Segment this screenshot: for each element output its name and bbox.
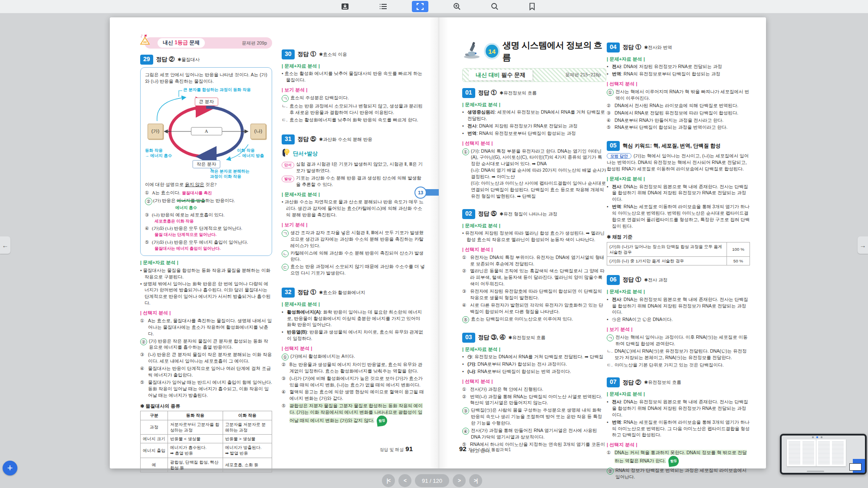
- next-page-arrow[interactable]: →: [858, 236, 868, 254]
- microscope-icon: [462, 42, 481, 61]
- minimap-toolbar-dot-active: [816, 436, 818, 438]
- model-answer-badge: 모범 답안: [607, 153, 631, 159]
- bogi-item-correct: ㄱ생간 조각과 감자 조각을 넣은 시험관 Ⅱ, Ⅲ에서 모두 기포가 발생했으…: [282, 229, 425, 249]
- question-box: 그림은 세포 안에서 일어나는 반응을 나타낸 것이다. A는 (가)와 (나)…: [140, 67, 272, 256]
- analysis-item: •반응열(B): 반응물과 생성물의 에너지 차이로, 효소의 유무와 관계없이…: [282, 329, 425, 342]
- problem-number-badge: 31: [282, 134, 295, 144]
- bogi-item: ㄴ.효소는 반응 과정에서 소모되거나 변형되지 않고, 생성물과 분리된 후 …: [282, 103, 425, 116]
- problem-topic: ✱효소와 활성화에너지: [319, 289, 365, 296]
- choice-analysis-item: ④서로 다른 유전자가 발현되면 각각의 유전자가 암호화하고 있는 단백질이 …: [462, 302, 606, 315]
- choice-analysis-item: ③(나) 반응은 큰 분자의 물질이 작은 분자로 분해되는 이화 작용이다. …: [140, 351, 272, 364]
- problem-number-badge: 32: [282, 288, 295, 298]
- problem-answer: 정답 ①: [298, 288, 316, 296]
- analysis-item: •㉠: 유전정보는 DNA에서 RNA를 거쳐 단백질로 전달된다. ➡ 단백질: [462, 354, 606, 360]
- reaction-na-box: (나): [250, 124, 266, 139]
- annotation-energy-release: 이화 작용 → 에너지 방출: [237, 148, 264, 159]
- section-label-data-analysis: | 문제+자료 분석 |: [462, 102, 606, 108]
- choice-analysis-item: ①유전자는 DNA의 특정 부위이다. 유전자는 DNA에 염기서열의 형태로 …: [462, 254, 606, 267]
- choice-analysis-item-trap: ①DNA는 커서 핵을 통과하지 못한다. DNA의 정보를 핵 밖으로 전달하…: [607, 449, 750, 466]
- choice-analysis-item-correct: ③단백질(㉠)은 사람의 몸을 구성하는 주성분으로 생명체 내의 화학 반응의…: [462, 407, 606, 426]
- problem-number-badge: 07: [607, 377, 620, 387]
- problem-04-header: 04 정답 ① ✱전사와 번역: [607, 43, 750, 52]
- toc-icon[interactable]: [375, 1, 391, 12]
- choice-analysis-item: ④혈액의 응고는 효소에 의한 생명 현상의 예이므로 혈액이 응고될 때 에너…: [282, 389, 425, 402]
- minimap-toolbar-dot: [821, 436, 822, 438]
- bogi-item: ㄷ.아미노산을 기본 단위로 가지고 있는 것은 단백질이다.: [607, 362, 750, 368]
- fullscreen-icon[interactable]: [412, 1, 428, 12]
- banner-title: 내신 1등급 문제: [158, 38, 205, 47]
- problem-answer: 정답 ②: [156, 56, 175, 63]
- analysis-item: • 생명체 밖에서 일어나는 화학 반응은 한 번에 일어나 다량의 에너지가 …: [140, 281, 272, 307]
- problem-answer: 정답 ②: [623, 379, 641, 386]
- problem-number-badge: 01: [462, 88, 475, 98]
- page-navigation: |< < 91 / 120 > >|: [382, 474, 482, 487]
- bulb-icon: [282, 148, 290, 160]
- book-spine: [429, 17, 448, 468]
- banner-title: 내신 대비 필수 문제: [469, 70, 533, 80]
- section-label-data-analysis: | 문제+자료 분석 |: [607, 391, 750, 398]
- bogi-item: ㄷ.효소는 활성화에너지를 낮추어 화학 반응의 속도를 빠르게 한다.: [282, 117, 425, 123]
- search-icon[interactable]: [487, 1, 503, 12]
- prev-page-button[interactable]: <: [398, 474, 411, 487]
- section-label-data-analysis: | 문제+자료 분석 |: [282, 63, 425, 70]
- problem-30-header: 30 정답 ① ✱효소의 이용: [282, 49, 425, 59]
- substance-a-box: A: [191, 127, 222, 135]
- analysis-item: •번역: RNA의 유전정보로부터 단백질이 합성되는 과정: [462, 130, 606, 137]
- rubric-title: ✱ 채점 기준: [607, 234, 750, 241]
- chapter-title: 생명 시스템에서 정보의 흐름: [503, 39, 606, 64]
- choice-analysis-item: ②B는 반응물과 생성물의 에너지 차이인 반응열로, 효소의 유무와 관계없이…: [282, 361, 425, 374]
- choice-analysis-item: ④DNA로부터 RNA가 만들어지는 과정을 전사라고 한다.: [607, 117, 750, 124]
- analysis-item: •번역: RNA는 세포질로 이동하여 라이보솜을 통해 3개의 염기가 하나의…: [607, 203, 750, 229]
- choice-5: ⑤(가)와 (나) 반응은 모두 에너지 출입이 일어난다.: [145, 239, 267, 246]
- section-label-choice-analysis: | 선택지 분석 |: [462, 246, 606, 253]
- problem-number-badge: 04: [607, 43, 620, 52]
- next-page-button[interactable]: >: [453, 474, 466, 487]
- problem-number-badge: 02: [462, 209, 475, 219]
- choice-4: ④(가)와 (나) 반응은 모두 단계적으로 일어난다.: [145, 226, 267, 232]
- problem-answer: 정답 ⑤: [298, 135, 316, 143]
- analysis-item: •전사: DNA에 저장된 유전정보가 RNA로 전달되는 과정: [607, 63, 750, 70]
- viewer-toolbar: [0, 0, 868, 13]
- section-label-data-analysis: | 문제+자료 분석 |: [282, 191, 425, 198]
- problem-topic: ✱물질대사: [178, 56, 200, 63]
- problem-07-header: 07 정답 ② ✱유전정보의 흐름: [607, 377, 750, 387]
- choice-annotation: 에너지 흡수: [175, 205, 267, 211]
- first-page-button[interactable]: |<: [382, 474, 395, 487]
- choice-analysis-item: ②번역(나) 과정을 통해 RNA는 단백질의 아미노산 서열로 번역된다. 핵…: [462, 393, 606, 406]
- bookmark-icon[interactable]: [524, 1, 540, 12]
- choice-analysis-item-correct: ① (가): DNA의 특정 부분을 유전자라고 한다. DNA는 염기인 아데…: [462, 148, 606, 200]
- prev-page-arrow[interactable]: ←: [0, 236, 10, 254]
- last-page-button[interactable]: >|: [469, 474, 482, 487]
- problem-topic: ✱전사와 번역: [644, 44, 672, 51]
- section-label-bogi-analysis: | 보기 분석 |: [282, 87, 425, 94]
- problem-32-header: 32 정답 ① ✱효소와 활성화에너지: [282, 288, 425, 298]
- analysis-item: •전사: DNA는 유전정보의 원본으로 핵 내에 존재한다. 전사는 단백질을…: [607, 183, 750, 203]
- problem-03-header: 03 정답 ③, ④ ✱유전정보의 흐름: [462, 333, 606, 343]
- model-answer: 모범 답안(가)는 핵에서 일어나는 전사이고, (나)는 세포질에서 일어나는…: [607, 153, 750, 172]
- annotation-energy-absorb: 동화 작용 → 에너지 흡수: [145, 148, 172, 159]
- analysis-item: •전사: DNA에 저장된 유전정보가 RNA로 전달되는 과정: [462, 123, 606, 129]
- export-icon[interactable]: [337, 1, 353, 12]
- add-button[interactable]: +: [3, 461, 17, 475]
- choice-analysis-item-correct: ②(가) 반응은 작은 분자의 물질이 큰 분자로 합성되는 동화 작용으로 에…: [140, 338, 272, 351]
- section-label-choice-analysis: | 선택지 분석 |: [282, 345, 425, 352]
- problem-topic: ✱유전 형질이 나타나는 과정: [500, 211, 557, 217]
- analysis-item: •전사: DNA는 유전정보의 원본으로 핵 내에 존재한다. 전사는 단백질을…: [607, 399, 750, 418]
- right-page-column-2: 04 정답 ① ✱전사와 번역 | 문제+자료 분석 | •전사: DNA에 저…: [607, 36, 750, 481]
- problem-answer: 정답 ⑤: [478, 210, 497, 218]
- trap-pin-icon: 함정: [376, 415, 388, 426]
- choice-analysis-item-correct: ④전사(가) 과정을 통해 만들어진 RNA 염기서열은 전사에 사용된 DNA…: [462, 427, 606, 440]
- page-indicator[interactable]: 91 / 120: [415, 474, 449, 487]
- section-label-data-analysis: | 문제+자료 분석 |: [607, 176, 750, 183]
- choice-analysis-item: ⑤물질대사가 일어날 때는 반드시 에너지 출입이 함께 일어난다. 동화 작용…: [140, 379, 272, 399]
- zoom-in-icon[interactable]: [449, 1, 465, 12]
- preview-thumbnail[interactable]: [780, 434, 867, 475]
- choice-annotation: 물질대사는 에너지 출입이 일어난다.: [155, 246, 267, 252]
- choice-analysis-item: ②DNA에서 전사된 RNA는 라이보솜에 의해 단백질로 번역된다.: [607, 102, 750, 109]
- analysis-item: •(가): DNA로부터 RNA가 합성되는 전사 과정이다.: [462, 361, 606, 367]
- right-page-footer: 92자이스토리 통합과학1: [459, 445, 511, 453]
- section-label-bogi-analysis: | 보기 분석 |: [607, 326, 750, 333]
- choice-analysis-item: ①전사(가) 과정은 핵 안에서 진행된다.: [462, 386, 606, 393]
- bogi-item: ㄴ.DNA(㉡)에서 RNA(㉠)로 유전정보가 전달된다. DNA(㉡)는 유…: [607, 348, 750, 361]
- analysis-item: •(나): RNA로부터 단백질이 합성되는 번역 과정이다.: [462, 368, 606, 375]
